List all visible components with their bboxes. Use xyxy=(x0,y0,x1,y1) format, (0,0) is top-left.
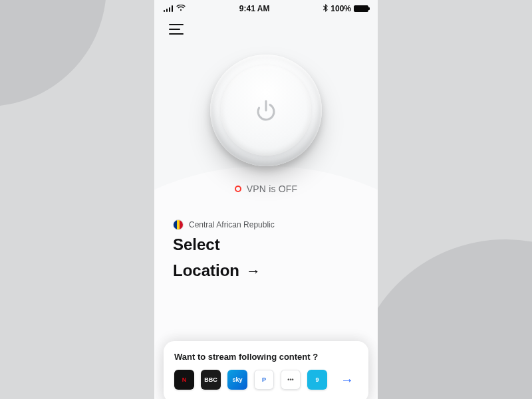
service-sky[interactable]: sky xyxy=(227,370,247,390)
select-location-button[interactable]: Select Location → xyxy=(173,235,306,281)
current-location-label: Central African Republic xyxy=(189,220,275,229)
phone-frame: 9:41 AM 100% VPN is OFF xyxy=(154,0,378,399)
service-bbc-iplayer[interactable]: BBC xyxy=(201,370,221,390)
power-icon xyxy=(251,95,281,126)
service-pandora[interactable]: P xyxy=(254,370,274,390)
battery-percent: 100% xyxy=(331,4,351,13)
arrow-right-icon: → xyxy=(340,372,354,387)
battery-icon xyxy=(354,5,368,12)
bluetooth-icon xyxy=(323,4,328,14)
flag-icon xyxy=(173,219,184,230)
status-time: 9:41 AM xyxy=(239,4,270,13)
hamburger-icon xyxy=(169,24,184,25)
current-location: Central African Republic xyxy=(173,219,378,230)
menu-button[interactable] xyxy=(169,24,184,35)
service-9now[interactable]: 9 xyxy=(307,370,327,390)
streaming-more-button[interactable]: → xyxy=(336,370,358,389)
service-generic[interactable]: ••• xyxy=(281,370,301,390)
arrow-right-icon: → xyxy=(246,263,261,280)
decorative-blob xyxy=(352,239,532,399)
status-bar: 9:41 AM 100% xyxy=(154,0,378,15)
status-indicator-icon xyxy=(235,186,241,192)
select-location-label-2: Location xyxy=(173,261,239,281)
vpn-status: VPN is OFF xyxy=(154,184,378,194)
wifi-icon xyxy=(176,4,186,13)
service-netflix[interactable]: N xyxy=(174,370,194,390)
vpn-power-button[interactable] xyxy=(210,55,322,166)
streaming-prompt: Want to stream following content ? xyxy=(174,352,358,362)
streaming-card: Want to stream following content ? NBBCs… xyxy=(164,341,368,399)
cell-signal-icon xyxy=(164,5,174,12)
decorative-blob xyxy=(0,0,106,106)
select-location-label: Select xyxy=(173,235,306,255)
vpn-status-text: VPN is OFF xyxy=(247,184,298,194)
